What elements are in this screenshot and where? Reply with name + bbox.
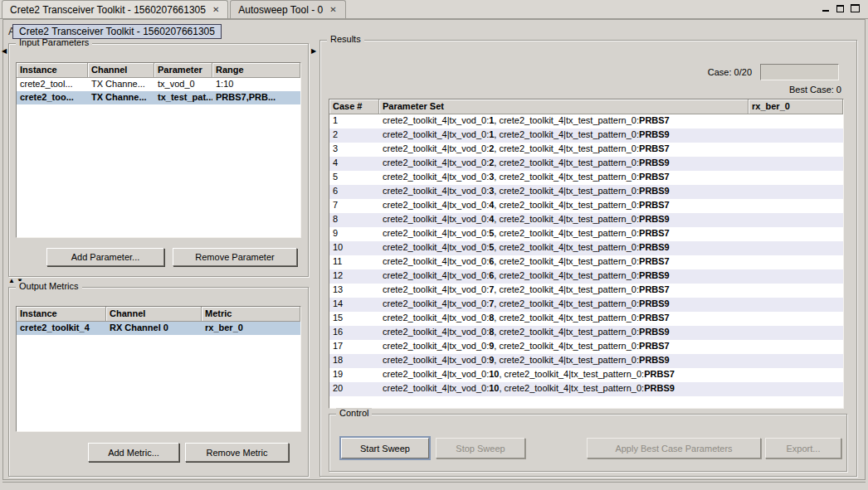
column-header-case[interactable]: Case # xyxy=(329,99,379,114)
table-cell: TX Channe... xyxy=(88,91,154,104)
table-cell xyxy=(749,241,843,255)
close-icon[interactable]: ✕ xyxy=(212,5,220,14)
best-case-label: Best Case: 0 xyxy=(789,85,841,95)
table-row[interactable]: 10crete2_toolkit_4|tx_vod_0:5, crete2_to… xyxy=(329,241,843,255)
stop-sweep-button[interactable]: Stop Sweep xyxy=(436,438,525,458)
table-cell: 7 xyxy=(329,199,379,213)
table-cell: PRBS7,PRB... xyxy=(212,91,300,104)
table-row[interactable]: 7crete2_toolkit_4|tx_vod_0:4, crete2_too… xyxy=(329,199,843,213)
editor-tab-bar: Crete2 Transceiver Toolkit - 15602076613… xyxy=(0,0,868,19)
splitter-up-icon[interactable]: ▲ xyxy=(8,278,15,284)
table-row[interactable]: 19crete2_toolkit_4|tx_vod_0:10, crete2_t… xyxy=(329,368,843,382)
table-row[interactable]: 1crete2_toolkit_4|tx_vod_0:1, crete2_too… xyxy=(329,114,843,129)
table-cell: crete2_toolkit_4|tx_vod_0:8, crete2_tool… xyxy=(379,326,749,340)
table-cell: crete2_toolkit_4|tx_vod_0:5, crete2_tool… xyxy=(379,227,749,241)
table-cell: 19 xyxy=(329,368,379,382)
table-cell: crete2_tool... xyxy=(17,78,88,91)
column-header-channel[interactable]: Channel xyxy=(106,307,202,322)
input-parameters-header: Instance Channel Parameter Range xyxy=(17,63,300,78)
table-cell: 6 xyxy=(329,185,379,199)
collapse-left-icon[interactable]: ◀ xyxy=(2,48,7,55)
column-header-parameter[interactable]: Parameter xyxy=(154,63,212,78)
table-cell xyxy=(749,143,843,157)
table-row[interactable]: crete2_tool...TX Channe...tx_vod_01:10 xyxy=(17,78,300,91)
table-cell: crete2_toolkit_4|tx_vod_0:1, crete2_tool… xyxy=(379,114,749,129)
table-row[interactable]: 20crete2_toolkit_4|tx_vod_0:10, crete2_t… xyxy=(329,382,843,396)
table-row[interactable]: 14crete2_toolkit_4|tx_vod_0:7, crete2_to… xyxy=(329,298,843,312)
output-metrics-table[interactable]: Instance Channel Metric crete2_toolkit_4… xyxy=(16,306,301,432)
table-cell xyxy=(749,269,843,284)
control-group: Control Start Sweep Stop Sweep Apply Bes… xyxy=(329,414,847,472)
table-cell: 20 xyxy=(329,382,379,396)
table-row[interactable]: 15crete2_toolkit_4|tx_vod_0:8, crete2_to… xyxy=(329,312,843,326)
tab-autosweep-tool[interactable]: Autosweep Tool - 0 ✕ xyxy=(230,0,345,18)
table-cell: crete2_too... xyxy=(17,91,88,104)
start-sweep-button[interactable]: Start Sweep xyxy=(341,438,429,458)
minimize-icon[interactable] xyxy=(822,4,830,12)
table-row[interactable]: 16crete2_toolkit_4|tx_vod_0:8, crete2_to… xyxy=(329,326,843,340)
table-cell: 3 xyxy=(329,143,379,157)
column-header-parameter-set[interactable]: Parameter Set xyxy=(379,99,749,114)
table-row[interactable]: 2crete2_toolkit_4|tx_vod_0:1, crete2_too… xyxy=(329,129,843,143)
export-button[interactable]: Export... xyxy=(765,438,841,458)
column-header-instance[interactable]: Instance xyxy=(17,63,88,78)
column-header-channel[interactable]: Channel xyxy=(88,63,154,78)
table-cell xyxy=(749,227,843,241)
table-row[interactable]: crete2_too...TX Channe...tx_test_pat...P… xyxy=(17,91,300,104)
column-header-range[interactable]: Range xyxy=(212,63,300,78)
remove-parameter-button[interactable]: Remove Parameter xyxy=(173,248,297,266)
table-cell: crete2_toolkit_4 xyxy=(17,322,106,335)
table-cell: crete2_toolkit_4|tx_vod_0:10, crete2_too… xyxy=(379,368,749,382)
table-cell xyxy=(749,255,843,269)
table-cell xyxy=(749,354,843,368)
table-cell: crete2_toolkit_4|tx_vod_0:2, crete2_tool… xyxy=(379,143,749,157)
table-cell: 1:10 xyxy=(212,78,300,91)
table-cell: crete2_toolkit_4|tx_vod_0:6, crete2_tool… xyxy=(379,269,749,284)
results-group: Results Case: 0/20 Best Case: 0 Case # P… xyxy=(319,40,857,477)
table-cell: crete2_toolkit_4|tx_vod_0:9, crete2_tool… xyxy=(379,340,749,354)
table-row[interactable]: 18crete2_toolkit_4|tx_vod_0:9, crete2_to… xyxy=(329,354,843,368)
table-row[interactable]: crete2_toolkit_4RX Channel 0rx_ber_0 xyxy=(17,322,300,335)
apply-best-case-parameters-button[interactable]: Apply Best Case Parameters xyxy=(587,438,761,458)
table-cell xyxy=(749,185,843,199)
remove-metric-button[interactable]: Remove Metric xyxy=(185,443,289,462)
table-cell: crete2_toolkit_4|tx_vod_0:4, crete2_tool… xyxy=(379,199,749,213)
column-header-metric[interactable]: Metric xyxy=(202,307,300,322)
table-row[interactable]: 11crete2_toolkit_4|tx_vod_0:6, crete2_to… xyxy=(329,255,843,269)
table-row[interactable]: 9crete2_toolkit_4|tx_vod_0:5, crete2_too… xyxy=(329,227,843,241)
table-cell: crete2_toolkit_4|tx_vod_0:3, crete2_tool… xyxy=(379,185,749,199)
table-row[interactable]: 6crete2_toolkit_4|tx_vod_0:3, crete2_too… xyxy=(329,185,843,199)
results-title: Results xyxy=(327,34,364,44)
table-row[interactable]: 4crete2_toolkit_4|tx_vod_0:2, crete2_too… xyxy=(329,157,843,171)
table-row[interactable]: 17crete2_toolkit_4|tx_vod_0:9, crete2_to… xyxy=(329,340,843,354)
add-parameter-button[interactable]: Add Parameter... xyxy=(46,248,164,266)
table-row[interactable]: 12crete2_toolkit_4|tx_vod_0:6, crete2_to… xyxy=(329,269,843,284)
table-row[interactable]: 5crete2_toolkit_4|tx_vod_0:3, crete2_too… xyxy=(329,171,843,185)
table-row[interactable]: 13crete2_toolkit_4|tx_vod_0:7, crete2_to… xyxy=(329,284,843,298)
table-cell: 13 xyxy=(329,284,379,298)
table-cell: crete2_toolkit_4|tx_vod_0:4, crete2_tool… xyxy=(379,213,749,227)
table-row[interactable]: 8crete2_toolkit_4|tx_vod_0:4, crete2_too… xyxy=(329,213,843,227)
close-icon[interactable]: ✕ xyxy=(329,5,337,14)
collapse-right-icon[interactable]: ▶ xyxy=(311,48,316,55)
add-metric-button[interactable]: Add Metric... xyxy=(88,443,179,462)
table-cell xyxy=(749,312,843,326)
table-cell xyxy=(749,129,843,143)
table-cell xyxy=(749,157,843,171)
table-cell: 11 xyxy=(329,255,379,269)
table-cell: tx_test_pat... xyxy=(154,91,212,104)
table-cell xyxy=(749,326,843,340)
column-header-instance[interactable]: Instance xyxy=(17,307,106,322)
output-metrics-header: Instance Channel Metric xyxy=(17,307,300,322)
restore-icon[interactable] xyxy=(836,5,844,12)
column-header-rx-ber[interactable]: rx_ber_0 xyxy=(749,99,843,114)
table-cell: rx_ber_0 xyxy=(202,322,300,335)
table-row[interactable]: 3crete2_toolkit_4|tx_vod_0:2, crete2_too… xyxy=(329,143,843,157)
table-cell: crete2_toolkit_4|tx_vod_0:2, crete2_tool… xyxy=(379,157,749,171)
tab-crete2-transceiver-toolkit[interactable]: Crete2 Transceiver Toolkit - 15602076613… xyxy=(2,0,228,18)
table-cell: crete2_toolkit_4|tx_vod_0:3, crete2_tool… xyxy=(379,171,749,185)
table-cell: crete2_toolkit_4|tx_vod_0:1, crete2_tool… xyxy=(379,129,749,143)
results-table[interactable]: Case # Parameter Set rx_ber_0 1crete2_to… xyxy=(329,99,844,409)
input-parameters-table[interactable]: Instance Channel Parameter Range crete2_… xyxy=(16,62,301,238)
maximize-icon[interactable] xyxy=(851,4,860,12)
